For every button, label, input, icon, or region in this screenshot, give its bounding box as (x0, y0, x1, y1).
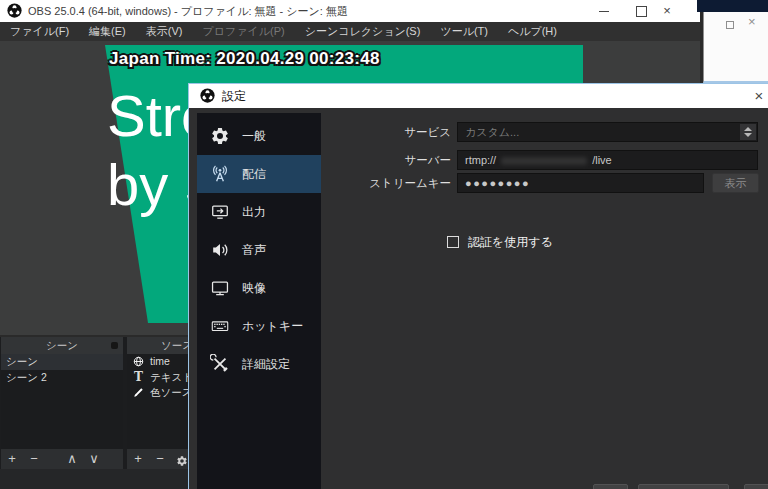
scenes-panel-lock-icon[interactable] (111, 342, 118, 349)
service-label: サービス (319, 122, 451, 142)
monitor-icon (207, 276, 233, 300)
scenes-panel: シーン シーン シーン 2 + − ∧ ∨ (1, 337, 123, 469)
use-auth-checkbox[interactable] (447, 236, 459, 248)
menu-scene-collection[interactable]: シーンコレクション(S) (295, 22, 431, 41)
menu-view[interactable]: 表示(V) (136, 22, 193, 41)
gear-icon (207, 124, 233, 148)
tools-icon (207, 352, 233, 376)
menu-edit[interactable]: 編集(E) (79, 22, 136, 41)
obs-logo-icon (200, 88, 215, 103)
nav-general[interactable]: 一般 (197, 117, 321, 155)
add-source-button[interactable]: + (127, 449, 149, 469)
remove-source-button[interactable]: − (149, 449, 171, 469)
scene-list-item[interactable]: シーン (1, 354, 123, 370)
nav-video[interactable]: 映像 (197, 269, 321, 307)
scenes-panel-header: シーン (1, 337, 123, 354)
obs-logo-icon (7, 3, 22, 18)
remove-scene-button[interactable]: − (23, 449, 45, 469)
service-select[interactable]: カスタム... (457, 122, 758, 142)
background-window: × (703, 12, 768, 83)
background-window-titlebar (697, 0, 768, 12)
window-title: OBS 25.0.4 (64-bit, windows) - プロファイル: 無… (28, 0, 348, 22)
text-source-icon: T (132, 371, 145, 383)
scenes-list: シーン シーン 2 (1, 354, 123, 449)
speaker-icon (207, 238, 233, 262)
stream-key-input[interactable]: ●●●●●●●● (457, 173, 704, 193)
background-close-button[interactable]: × (748, 14, 756, 29)
settings-dialog: 設定 × 一般 配信 (188, 83, 768, 489)
nav-hotkeys[interactable]: ホットキー (197, 307, 321, 345)
menu-file[interactable]: ファイル(F) (0, 22, 79, 41)
keyboard-icon (207, 314, 233, 338)
stream-key-label: ストリームキー (319, 173, 451, 193)
menu-bar: ファイル(F) 編集(E) 表示(V) プロファイル(P) シーンコレクション(… (0, 22, 700, 41)
brush-icon (132, 387, 145, 399)
main-titlebar: OBS 25.0.4 (64-bit, windows) - プロファイル: 無… (0, 0, 700, 22)
server-input[interactable]: rtmp:///live (457, 150, 758, 170)
time-overlay-text: Japan Time: 2020.04.29 00:23:48 (109, 49, 380, 69)
ok-button[interactable]: OK (593, 484, 628, 489)
minimize-button[interactable] (592, 0, 616, 22)
settings-titlebar: 設定 × (189, 84, 768, 108)
scenes-toolbar: + − ∧ ∨ (1, 449, 123, 469)
settings-close-icon[interactable]: × (747, 84, 768, 108)
nav-stream[interactable]: 配信 (197, 155, 321, 193)
move-scene-up-button[interactable]: ∧ (61, 449, 83, 469)
close-button[interactable]: × (655, 0, 679, 22)
maximize-button[interactable] (629, 0, 653, 22)
server-label: サーバー (319, 150, 451, 170)
menu-profile: プロファイル(P) (192, 22, 294, 41)
nav-audio[interactable]: 音声 (197, 231, 321, 269)
screen: OBS 25.0.4 (64-bit, windows) - プロファイル: 無… (0, 0, 768, 489)
globe-icon (132, 356, 145, 368)
background-maximize-button[interactable] (726, 21, 734, 29)
output-monitor-icon (207, 200, 233, 224)
menu-help[interactable]: ヘルプ(H) (498, 22, 567, 41)
broadcast-icon (207, 162, 233, 186)
scene-list-item[interactable]: シーン 2 (1, 370, 123, 386)
nav-advanced[interactable]: 詳細設定 (197, 345, 321, 383)
cancel-button[interactable]: キャンセル (638, 484, 729, 489)
apply-button[interactable]: 適用 (744, 484, 768, 489)
use-auth-label: 認証を使用する (468, 234, 553, 251)
show-key-button[interactable]: 表示 (712, 173, 759, 193)
menu-tools[interactable]: ツール(T) (430, 22, 498, 41)
nav-output[interactable]: 出力 (197, 193, 321, 231)
status-strip (0, 469, 188, 489)
move-scene-down-button[interactable]: ∨ (83, 449, 105, 469)
spinner-arrows-icon[interactable] (740, 124, 756, 140)
add-scene-button[interactable]: + (1, 449, 23, 469)
redacted-server-host (501, 157, 587, 165)
settings-dialog-title: 設定 (222, 84, 246, 108)
scenes-panel-title: シーン (46, 339, 78, 351)
settings-nav: 一般 配信 (197, 113, 321, 489)
